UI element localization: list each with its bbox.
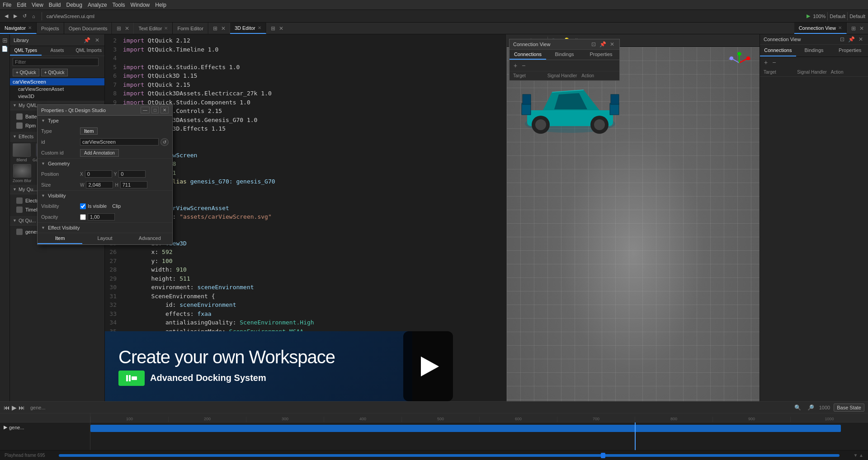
tab-navigator[interactable]: Navigator ✕ (0, 23, 37, 34)
close-btn-4[interactable]: ✕ (858, 25, 865, 32)
library-close[interactable]: ✕ (94, 37, 101, 44)
properties-minimize[interactable]: — (141, 107, 150, 113)
close-btn-1[interactable]: ✕ (123, 25, 131, 32)
floating-conn-pin[interactable]: 📌 (598, 41, 608, 48)
id-refresh-btn[interactable]: ↺ (160, 138, 169, 146)
lib-tab-qml[interactable]: QML Types (10, 46, 42, 56)
visibility-checkbox[interactable] (80, 203, 86, 209)
navigator-item-asset[interactable]: carViewScreenAsset (10, 85, 104, 93)
video-overlay: Create your own Workspace Advanced Docki… (105, 331, 412, 401)
close-btn-2[interactable]: ✕ (220, 25, 227, 32)
tab-text-editor-label: Text Editor (138, 26, 162, 31)
expand-btn-3[interactable]: ⊞ (269, 25, 277, 32)
timeline-controls: ⏮ ▶ ⏭ (4, 404, 25, 411)
navigator-item-carviewscreen[interactable]: carViewScreen (10, 78, 104, 85)
floating-conn-add[interactable]: + (512, 61, 519, 70)
timeline-search-btn[interactable]: 🔍 (793, 404, 802, 411)
quick-add-qtquick[interactable]: + QtQuick (13, 69, 39, 76)
playhead-thumb[interactable] (601, 453, 605, 458)
x-input[interactable] (85, 170, 112, 178)
reload-button[interactable]: ↺ (21, 11, 28, 21)
timeline-rewind-btn[interactable]: ⏮ (4, 404, 10, 411)
icon-sidebar-grid[interactable]: ⊞ (1, 36, 9, 44)
expand-btn-1[interactable]: ⊞ (115, 25, 123, 32)
menu-analyze[interactable]: Analyze (88, 2, 107, 8)
tab-connection-view-close[interactable]: ✕ (838, 25, 842, 30)
right-tab-connections[interactable]: Connections (760, 45, 796, 56)
tab-open-documents[interactable]: Open Documents (64, 23, 113, 34)
add-annotation-btn[interactable]: Add Annotation (80, 149, 119, 157)
tab-text-editor-close[interactable]: ✕ (164, 26, 168, 31)
menu-window[interactable]: Window (131, 2, 150, 8)
type-section-header[interactable]: ▼ Type (38, 116, 172, 126)
tab-form-editor[interactable]: Form Editor (173, 23, 208, 34)
floating-tab-properties[interactable]: Properties (583, 50, 619, 60)
run-button[interactable]: ▶ (805, 11, 812, 21)
floating-conn-close[interactable]: ✕ (609, 41, 616, 48)
lib-tab-imports[interactable]: QML Imports (73, 46, 104, 56)
opacity-input[interactable] (88, 213, 115, 221)
floating-tab-bindings[interactable]: Bindings (546, 50, 583, 60)
library-pin[interactable]: 📌 (82, 37, 92, 44)
icon-sidebar-file[interactable]: 📄 (0, 45, 9, 52)
back-button[interactable]: ◀ (3, 11, 10, 21)
prop-tab-advanced[interactable]: Advanced (127, 233, 172, 244)
opacity-checkbox[interactable] (80, 214, 86, 220)
main-toolbar: ◀ ▶ ↺ ⌂ carViewScreen.ui.qml ▶ 100% Defa… (0, 10, 868, 23)
effect-thumb-zoom[interactable] (13, 164, 31, 178)
right-panel-close[interactable]: ✕ (857, 36, 864, 43)
effect-thumb-blend[interactable] (13, 143, 31, 157)
y-input[interactable] (118, 170, 146, 178)
tab-3d-editor-close[interactable]: ✕ (258, 25, 261, 30)
effects-visibility-header[interactable]: ▼ Effect Visibility (38, 223, 172, 233)
line-num-6: 6 (105, 71, 121, 80)
geometry-section-header[interactable]: ▼ Geometry (38, 159, 172, 169)
timeline-zoom-in[interactable]: 🔎 (806, 404, 816, 411)
floating-conn-table-header: Target Signal Handler Action (509, 71, 619, 80)
timeline-track-area[interactable]: 100 200 300 400 500 600 700 800 900 1000 (90, 413, 868, 450)
tab-connection-view[interactable]: Connection View ✕ (794, 23, 847, 34)
home-button[interactable]: ⌂ (30, 11, 37, 21)
tab-3d-editor[interactable]: 3D Editor ✕ (230, 23, 266, 34)
library-filter-input[interactable] (13, 58, 99, 66)
floating-conn-remove[interactable]: − (520, 61, 527, 70)
right-remove-btn[interactable]: − (771, 58, 777, 66)
right-tab-properties[interactable]: Properties (832, 45, 868, 56)
prop-tab-item[interactable]: Item (38, 233, 82, 244)
w-input[interactable] (86, 181, 113, 188)
right-add-btn[interactable]: + (763, 58, 769, 66)
timeline-next-btn[interactable]: ⏭ (19, 404, 25, 411)
tab-navigator-close[interactable]: ✕ (28, 25, 32, 30)
tab-text-editor[interactable]: Text Editor ✕ (134, 23, 173, 34)
visibility-section-header[interactable]: ▼ Visibility (38, 191, 172, 201)
navigator-item-view3d[interactable]: view3D (10, 93, 104, 100)
h-input[interactable] (120, 181, 147, 188)
properties-close[interactable]: ✕ (160, 107, 169, 113)
menu-tools[interactable]: Tools (113, 2, 125, 8)
forward-button[interactable]: ▶ (12, 11, 19, 21)
right-panel-float[interactable]: ⊡ (839, 36, 846, 43)
floating-tab-connections[interactable]: Connections (509, 50, 546, 60)
quick-add-qtquick2[interactable]: + QtQuick (41, 69, 68, 76)
menu-debug[interactable]: Debug (66, 2, 82, 8)
right-panel-pin[interactable]: 📌 (847, 36, 856, 43)
menu-file[interactable]: File (3, 2, 11, 8)
effect-blend-container: Blend (13, 143, 31, 162)
menu-view[interactable]: View (32, 2, 43, 8)
menu-help[interactable]: Help (155, 2, 166, 8)
prop-tab-layout[interactable]: Layout (82, 233, 127, 244)
expand-btn-4[interactable]: ⊞ (850, 25, 857, 32)
menu-edit[interactable]: Edit (17, 2, 26, 8)
floating-conn-float[interactable]: ⊡ (590, 41, 597, 48)
expand-btn-2[interactable]: ⊞ (212, 25, 219, 32)
lib-tab-assets[interactable]: Assets (42, 46, 73, 56)
line-code-2: import QtQuick 2.12 (121, 36, 506, 45)
id-input[interactable] (80, 138, 159, 146)
close-btn-3[interactable]: ✕ (278, 25, 285, 32)
right-tab-bindings[interactable]: Bindings (796, 45, 832, 56)
tab-projects[interactable]: Projects (37, 23, 64, 34)
menu-build[interactable]: Build (49, 2, 61, 8)
properties-maximize[interactable]: □ (151, 107, 159, 113)
play-button[interactable] (403, 331, 453, 401)
timeline-play-btn[interactable]: ▶ (12, 404, 17, 411)
